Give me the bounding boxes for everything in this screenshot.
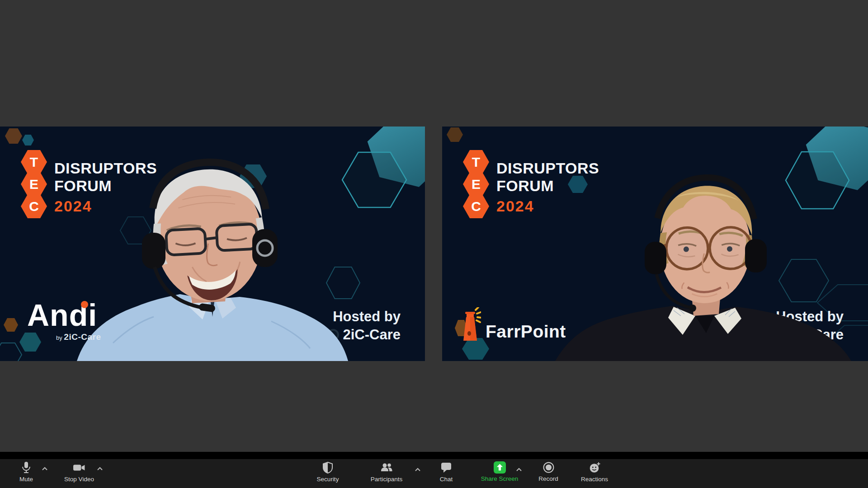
video-tile-right: T E C DISRUPTORS FORUM 2024 Hosted by 2i… [442, 127, 868, 361]
security-label: Security [317, 476, 339, 483]
share-screen-label: Share Screen [481, 475, 519, 482]
tec-hexagon-e: E [463, 172, 489, 196]
andi-orange-dot [81, 301, 88, 308]
lighthouse-icon [463, 307, 481, 343]
participants-icon [380, 461, 393, 474]
stop-video-label: Stop Video [64, 476, 94, 483]
farrpoint-brand-logo: FarrPoint [463, 307, 566, 343]
share-options-chevron[interactable] [516, 468, 522, 472]
participants-label: Participants [371, 476, 403, 483]
andi-byline-prefix: by [56, 334, 62, 341]
participants-button[interactable]: Participants [364, 461, 409, 483]
stop-video-button[interactable]: Stop Video [57, 461, 102, 483]
reactions-label: Reactions [581, 476, 608, 483]
andi-byline-name: 2iC-Care [64, 332, 101, 342]
shield-icon [322, 461, 334, 474]
tec-hexagon-e: E [21, 172, 47, 196]
reactions-icon [589, 461, 601, 474]
zoom-toolbar: Mute Stop Video Security Participants [0, 459, 868, 488]
reactions-button[interactable]: Reactions [572, 461, 617, 483]
andi-brand-logo: Andi by 2iC-Care [27, 300, 101, 342]
tec-hexagon-c: C [21, 194, 47, 218]
mute-button[interactable]: Mute [4, 461, 49, 483]
microphone-icon [20, 461, 32, 474]
record-label: Record [538, 475, 558, 482]
tec-hexagon-t: T [21, 150, 47, 174]
record-icon [542, 461, 555, 474]
participant-left-video [59, 153, 357, 361]
video-options-chevron[interactable] [97, 467, 103, 471]
record-button[interactable]: Record [526, 461, 571, 482]
participant-right-video [555, 167, 854, 361]
content-toolbar-divider [0, 452, 868, 459]
farrpoint-wordmark: FarrPoint [486, 323, 566, 343]
participants-options-chevron[interactable] [415, 468, 421, 472]
chat-label: Chat [440, 476, 453, 483]
chat-bubble-icon [440, 461, 452, 474]
share-screen-icon [494, 461, 506, 474]
video-camera-icon [73, 461, 85, 474]
security-button[interactable]: Security [305, 461, 350, 483]
share-screen-button[interactable]: Share Screen [477, 461, 522, 482]
video-tile-left: T E C DISRUPTORS FORUM 2024 Hosted by 2i… [0, 127, 425, 361]
chat-button[interactable]: Chat [424, 461, 469, 483]
tec-hexagon-c: C [463, 194, 489, 218]
mute-options-chevron[interactable] [42, 467, 48, 471]
andi-wordmark: Andi [27, 300, 101, 330]
mute-label: Mute [19, 476, 33, 483]
tec-hexagon-t: T [463, 150, 489, 174]
